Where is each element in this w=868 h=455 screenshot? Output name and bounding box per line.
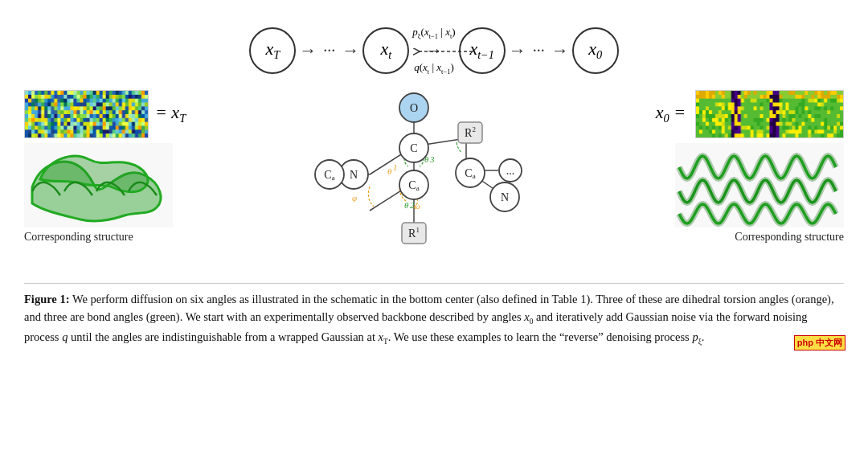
main-container: xT → ··· → xt pξ(xt−1 | xt) → q(xt | xt−… <box>0 0 868 455</box>
svg-text:N: N <box>350 169 358 181</box>
dots-1: ··· <box>323 42 335 60</box>
molecule-svg: φ θ 1 ψ ω θ 3 θ 2 O C N <box>297 90 530 275</box>
caption-bold: Figure 1: <box>24 293 70 305</box>
svg-text:N: N <box>501 191 509 203</box>
center-diagram: φ θ 1 ψ ω θ 3 θ 2 O C N <box>209 90 619 275</box>
svg-text:...: ... <box>506 165 515 177</box>
heatmap-right <box>695 90 844 138</box>
structure-right <box>675 143 844 228</box>
backward-label: q(xt | xt−1) <box>414 61 454 76</box>
svg-text:θ: θ <box>387 166 392 176</box>
left-side: = xT Corresponding structure <box>24 90 201 244</box>
eq-xT: = xT <box>155 102 186 125</box>
dots-2: ··· <box>533 42 545 60</box>
heatmap-row-right: x0 = <box>656 90 844 138</box>
node-xT: xT <box>249 27 296 74</box>
corr-label-left: Corresponding structure <box>24 231 133 244</box>
svg-text:φ: φ <box>352 193 357 203</box>
right-side: x0 = Corresponding structure <box>627 90 844 244</box>
caption-text: We perform diffusion on six angles as il… <box>24 293 834 343</box>
middle-section: = xT Corresponding structure <box>24 90 844 275</box>
x0-eq-label: x0 = <box>656 102 686 125</box>
heatmap-left <box>24 90 149 138</box>
arrow-right-3: → <box>509 40 526 61</box>
node-xt: xt <box>362 27 409 74</box>
corr-label-right: Corresponding structure <box>735 231 844 244</box>
arrow-right-2: → <box>342 40 359 61</box>
watermark: php 中文网 <box>794 335 845 350</box>
svg-text:2: 2 <box>410 200 415 210</box>
svg-text:θ: θ <box>404 200 409 210</box>
svg-text:1: 1 <box>393 162 398 172</box>
svg-text:ω: ω <box>414 201 420 211</box>
heatmap-row-left: = xT <box>24 90 189 138</box>
svg-text:3: 3 <box>429 154 435 164</box>
forward-label: pξ(xt−1 | xt) <box>412 26 455 40</box>
node-x0: x0 <box>572 27 619 74</box>
arrow-right-1: → <box>299 40 317 61</box>
svg-text:O: O <box>410 102 418 114</box>
svg-text:C: C <box>410 142 417 154</box>
structure-left <box>24 143 173 228</box>
arrow-right-4: → <box>551 40 569 61</box>
diffusion-chain: xT → ··· → xt pξ(xt−1 | xt) → q(xt | xt−… <box>24 14 844 87</box>
figure-caption: Figure 1: We perform diffusion on six an… <box>24 283 844 347</box>
dashed-arrow-svg <box>412 47 477 56</box>
